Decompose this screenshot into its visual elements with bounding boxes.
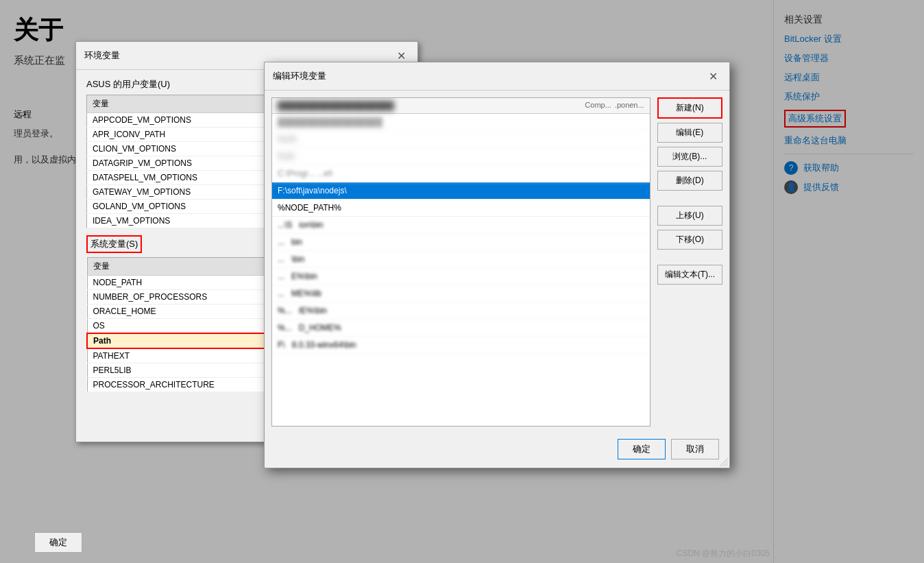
list-item[interactable]: C:\Progr... ...et\: [272, 165, 650, 182]
csdn-watermark: CSDN @努力的小白0305: [677, 548, 770, 560]
edit-dialog-close-button[interactable]: ✕: [705, 68, 721, 84]
list-item[interactable]: ...\S ion\bin: [272, 217, 650, 234]
browse-path-button[interactable]: 浏览(B)...: [657, 147, 722, 167]
list-item[interactable]: ... ME%\lib: [272, 285, 650, 302]
list-item[interactable]: %JA: [272, 148, 650, 165]
svg-line-1: [722, 461, 728, 466]
edit-dialog-titlebar: 编辑环境变量 ✕: [265, 62, 729, 91]
path-list[interactable]: ████████████████████ Comp... .ponen... █…: [271, 97, 651, 427]
list-item[interactable]: %JA\: [272, 131, 650, 148]
edit-cancel-button[interactable]: 取消: [671, 439, 719, 459]
list-item[interactable]: %... D_HOME%: [272, 320, 650, 337]
list-item[interactable]: ... bin: [272, 234, 650, 251]
edit-ok-button[interactable]: 确定: [618, 439, 666, 459]
path-list-header: ████████████████████ Comp... .ponen...: [272, 98, 650, 114]
edit-dialog-title: 编辑环境变量: [273, 70, 326, 82]
move-up-button[interactable]: 上移(U): [657, 206, 722, 226]
svg-line-2: [725, 464, 728, 466]
edit-text-button[interactable]: 编辑文本(T)...: [657, 265, 722, 285]
list-item[interactable]: ██████████████████: [272, 114, 650, 131]
edit-env-dialog: 编辑环境变量 ✕ ████████████████████ Comp... .p…: [264, 62, 730, 468]
edit-dialog-body: ████████████████████ Comp... .ponen... █…: [265, 91, 729, 433]
list-item[interactable]: %NODE_PATH%: [272, 200, 650, 217]
edit-dialog-footer: 确定 取消: [265, 433, 729, 468]
new-path-button[interactable]: 新建(N): [657, 97, 722, 119]
list-item[interactable]: ... \bin: [272, 251, 650, 268]
list-item[interactable]: F\ 8.0.33-winx64\bin: [272, 337, 650, 354]
list-item-selected[interactable]: F:\soft\java\nodejs\: [272, 182, 650, 200]
system-vars-label: 系统变量(S): [86, 235, 142, 253]
delete-path-button[interactable]: 删除(D): [657, 171, 722, 191]
edit-path-button[interactable]: 编辑(E): [657, 123, 722, 143]
list-item[interactable]: %... IE%\bin: [272, 302, 650, 320]
resize-handle: [720, 458, 728, 466]
list-item[interactable]: ... E%\bin: [272, 268, 650, 285]
env-dialog-title: 环境变量: [84, 49, 120, 62]
bottom-ok-button[interactable]: 确定: [34, 532, 82, 553]
move-down-button[interactable]: 下移(O): [657, 230, 722, 250]
edit-action-buttons: 新建(N) 编辑(E) 浏览(B)... 删除(D) 上移(U) 下移(O) 编…: [657, 97, 722, 427]
